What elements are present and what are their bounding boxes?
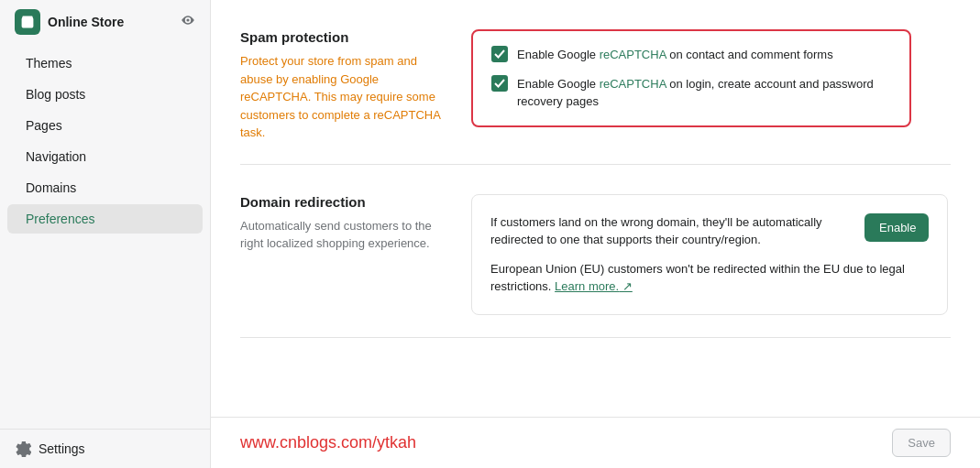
captcha-label-2: Enable Google reCAPTCHA on login, create… [517,75,891,111]
gear-icon [15,441,31,457]
domain-redirect-text: If customers land on the wrong domain, t… [490,213,850,249]
sidebar-header[interactable]: Online Store [0,0,210,44]
captcha-card: Enable Google reCAPTCHA on contact and c… [471,29,911,127]
eye-icon[interactable] [181,13,195,31]
spam-section-desc: Protect your store from spam and abuse b… [240,52,442,142]
spam-section-left: Spam protection Protect your store from … [240,29,442,142]
learn-more-link[interactable]: Learn more. ↗ [555,279,633,293]
domain-card: If customers land on the wrong domain, t… [471,194,948,315]
domain-section: Domain redirection Automatically send cu… [240,165,951,338]
spam-section-title: Spam protection [240,29,442,45]
domain-section-desc: Automatically send customers to the righ… [240,217,442,253]
captcha-row-1: Enable Google reCAPTCHA on contact and c… [491,46,891,64]
footer: www.cnblogs.com/ytkah Save [211,417,980,468]
recaptcha-link-1[interactable]: reCAPTCHA [600,48,666,61]
spam-section-right: Enable Google reCAPTCHA on contact and c… [471,29,951,142]
sidebar-settings[interactable]: Settings [0,429,210,468]
domain-section-right: If customers land on the wrong domain, t… [471,194,951,315]
sidebar-item-pages[interactable]: Pages [7,111,203,140]
captcha-checkbox-1[interactable] [491,46,508,62]
domain-section-title: Domain redirection [240,194,442,210]
sidebar-item-blog-posts[interactable]: Blog posts [7,80,203,109]
sidebar-title: Online Store [48,15,124,29]
settings-label: Settings [39,441,85,456]
recaptcha-link-2[interactable]: reCAPTCHA [600,77,666,91]
main-content: Spam protection Protect your store from … [211,0,980,468]
save-button[interactable]: Save [892,429,951,457]
sidebar-item-themes[interactable]: Themes [7,49,203,78]
sidebar-item-navigation[interactable]: Navigation ➤ [7,142,203,171]
sidebar-item-domains[interactable]: Domains [7,173,203,202]
sidebar-nav: Themes Blog posts Pages Navigation ➤ Dom… [0,44,210,429]
watermark: www.cnblogs.com/ytkah [240,433,416,452]
sidebar-item-preferences[interactable]: Preferences ➤ [7,204,203,234]
store-icon [15,9,40,35]
sidebar: Online Store Themes Blog posts Pages Nav… [0,0,211,468]
domain-section-left: Domain redirection Automatically send cu… [240,194,442,315]
domain-eu-text: European Union (EU) customers won't be r… [490,260,929,296]
captcha-row-2: Enable Google reCAPTCHA on login, create… [491,75,891,111]
enable-button[interactable]: Enable [864,213,929,242]
domain-card-top: If customers land on the wrong domain, t… [490,213,929,249]
spam-section: Spam protection Protect your store from … [240,0,951,165]
captcha-checkbox-2[interactable] [491,75,508,92]
captcha-label-1: Enable Google reCAPTCHA on contact and c… [517,46,833,64]
